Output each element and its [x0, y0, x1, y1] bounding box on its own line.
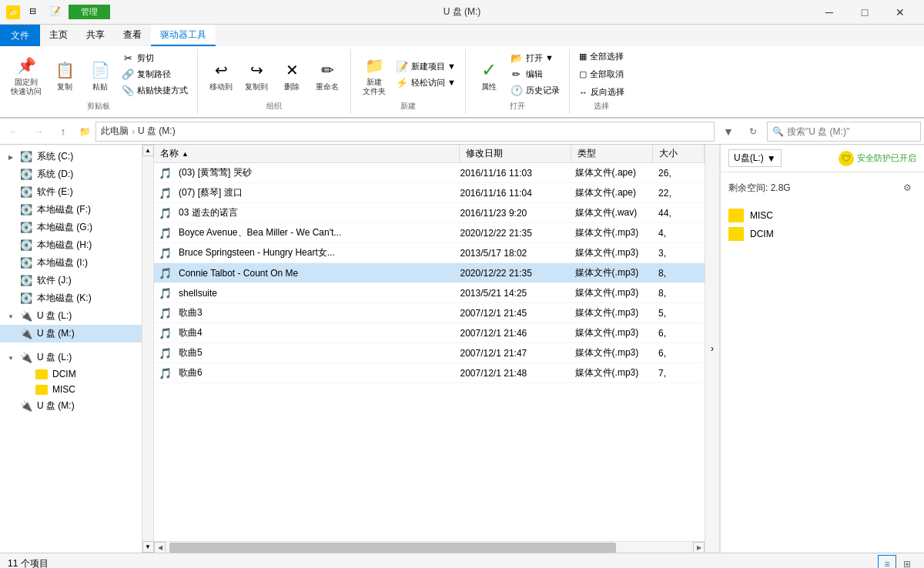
dropdown-button[interactable]: ▼: [718, 122, 739, 142]
free-space-text: 剩余空间: 2.8G: [728, 182, 791, 195]
col-header-type[interactable]: 类型: [571, 145, 653, 162]
table-row[interactable]: 🎵 歌曲3 2007/12/1 21:45 媒体文件(.mp3) 5,: [154, 303, 705, 323]
file-date-cell: 2007/12/1 21:45: [454, 308, 568, 319]
right-panel-dcim[interactable]: DCIM: [721, 225, 924, 243]
copy-button[interactable]: 📋 复制: [48, 55, 82, 95]
table-row[interactable]: 🎵 (03) [黄莺莺] 哭砂 2016/11/16 11:03 媒体文件(.a…: [154, 163, 705, 183]
folder-nav-icon: 📁: [77, 124, 92, 139]
sidebar-item-g[interactable]: 💽 本地磁盘 (G:): [0, 219, 142, 236]
history-button[interactable]: 🕐 历史记录: [507, 83, 563, 99]
rename-button[interactable]: ✏ 重命名: [310, 55, 344, 95]
tab-share[interactable]: 共享: [77, 25, 114, 46]
breadcrumb-computer[interactable]: 此电脑: [101, 125, 129, 138]
horizontal-scrollbar[interactable]: ◀ ▶: [154, 541, 705, 553]
drive-icon-d: 💽: [20, 169, 32, 181]
ribbon-group-clipboard: 📌 固定到快速访问 📋 复制 📄 粘贴 ✂ 剪切: [0, 49, 198, 114]
pin-button[interactable]: 📌 固定到快速访问: [6, 50, 46, 99]
copy-path-button[interactable]: 🔗 复制路径: [119, 67, 191, 82]
close-button[interactable]: ✕: [882, 0, 918, 25]
table-row[interactable]: 🎵 歌曲4 2007/12/1 21:46 媒体文件(.mp3) 6,: [154, 323, 705, 343]
copy-to-button[interactable]: ↪ 复制到: [239, 55, 273, 95]
back-button[interactable]: ←: [3, 122, 25, 142]
paste-shortcut-button[interactable]: 📎 粘贴快捷方式: [119, 83, 191, 99]
drive-selector[interactable]: U盘(L:) ▼: [728, 149, 782, 167]
file-name: Bruce Springsteen - Hungry Heart女...: [179, 246, 335, 259]
search-box[interactable]: 🔍: [767, 122, 921, 142]
hscroll-track[interactable]: [166, 542, 693, 553]
cut-button[interactable]: ✂ 剪切: [119, 51, 191, 66]
sidebar-item-e[interactable]: 💽 软件 (E:): [0, 183, 142, 201]
edit-button[interactable]: ✏ 编辑: [507, 67, 563, 82]
maximize-button[interactable]: □: [847, 0, 882, 25]
sidebar-item-i[interactable]: 💽 本地磁盘 (I:): [0, 254, 142, 272]
sidebar-expanded-l[interactable]: 🔌 U 盘 (L:): [0, 349, 142, 366]
paste-button[interactable]: 📄 粘贴: [83, 55, 117, 95]
open-button[interactable]: 📂 打开 ▼: [507, 51, 563, 66]
new-folder-button[interactable]: 📁 新建文件夹: [357, 50, 391, 99]
col-header-size[interactable]: 大小: [653, 145, 705, 162]
table-row[interactable]: 🎵 shellsuite 2013/5/21 14:25 媒体文件(.mp3) …: [154, 283, 705, 303]
file-icon: 🎵: [157, 286, 172, 301]
details-view-button[interactable]: ⊞: [898, 555, 916, 569]
file-name-cell: 🎵 歌曲3: [154, 306, 454, 321]
deselect-all-button[interactable]: ▢ 全部取消: [576, 67, 627, 82]
sidebar-item-c[interactable]: 💽 系统 (C:): [0, 148, 142, 165]
tab-drive-tools[interactable]: 驱动器工具: [151, 25, 216, 46]
new-item-button[interactable]: 📝 新建项目 ▼: [393, 58, 459, 74]
tab-file[interactable]: 文件: [0, 25, 40, 46]
drive-m-label: U 盘 (M:): [37, 327, 75, 340]
sidebar-drive-m2[interactable]: 🔌 U 盘 (M:): [0, 397, 142, 415]
table-row[interactable]: 🎵 歌曲6 2007/12/1 21:48 媒体文件(.mp3) 7,: [154, 363, 705, 383]
breadcrumb-drive[interactable]: U 盘 (M:): [138, 125, 176, 138]
sidebar-item-m[interactable]: 🔌 U 盘 (M:): [0, 325, 142, 342]
hscroll-right-button[interactable]: ▶: [693, 542, 705, 553]
tab-empty1[interactable]: ⊟: [23, 5, 42, 19]
table-row[interactable]: 🎵 Bruce Springsteen - Hungry Heart女... 2…: [154, 243, 705, 263]
drive-icon-m2: 🔌: [20, 400, 32, 413]
invert-select-button[interactable]: ↔ 反向选择: [576, 85, 628, 99]
easy-access-button[interactable]: ⚡ 轻松访问 ▼: [393, 75, 459, 90]
table-row[interactable]: 🎵 03 逝去的诺言 2016/11/23 9:20 媒体文件(.wav) 44…: [154, 203, 705, 223]
sidebar-item-k[interactable]: 💽 本地磁盘 (K:): [0, 289, 142, 307]
hscroll-thumb[interactable]: [169, 543, 616, 553]
list-view-button[interactable]: ≡: [878, 555, 896, 569]
expand-panel-button[interactable]: ›: [705, 145, 720, 553]
gear-button[interactable]: ⚙: [898, 179, 916, 197]
table-row[interactable]: 🎵 (07) [蔡琴] 渡口 2016/11/16 11:04 媒体文件(.ap…: [154, 183, 705, 203]
title-bar: 📁 ⊟ 📝 管理 U 盘 (M:) ─ □ ✕: [0, 0, 924, 25]
sidebar-scroll-down[interactable]: ▼: [142, 541, 154, 553]
sidebar-item-d[interactable]: 💽 系统 (D:): [0, 165, 142, 183]
sidebar-folder-dcim[interactable]: DCIM: [0, 366, 142, 382]
breadcrumb[interactable]: 此电脑 › U 盘 (M:): [95, 122, 715, 142]
move-to-button[interactable]: ↩ 移动到: [204, 55, 238, 95]
sidebar-item-l[interactable]: 🔌 U 盘 (L:): [0, 307, 142, 325]
forward-button[interactable]: →: [28, 122, 49, 142]
col-header-name[interactable]: 名称 ▲: [154, 145, 460, 162]
tab-empty2[interactable]: 📝: [44, 5, 67, 19]
right-panel-misc[interactable]: MISC: [721, 206, 924, 225]
sidebar-item-h[interactable]: 💽 本地磁盘 (H:): [0, 236, 142, 254]
minimize-button[interactable]: ─: [812, 0, 847, 25]
refresh-button[interactable]: ↻: [742, 122, 764, 142]
table-row[interactable]: 🎵 Boyce Avenue、Bea Miller - We Can't... …: [154, 223, 705, 243]
tab-home[interactable]: 主页: [40, 25, 77, 46]
table-row[interactable]: 🎵 Connie Talbot - Count On Me 2020/12/22…: [154, 263, 705, 283]
search-input[interactable]: [787, 126, 916, 137]
file-size-cell: 6,: [652, 328, 705, 339]
tab-manage[interactable]: 管理: [69, 5, 110, 19]
sidebar-spacer: [0, 342, 142, 349]
delete-button[interactable]: ✕ 删除: [275, 55, 309, 95]
expand-icon-dcim: [22, 369, 31, 379]
sidebar-item-j[interactable]: 💽 软件 (J:): [0, 272, 142, 289]
sidebar-item-f[interactable]: 💽 本地磁盘 (F:): [0, 201, 142, 219]
tab-view[interactable]: 查看: [114, 25, 151, 46]
folder-dcim-label: DCIM: [52, 369, 76, 379]
hscroll-left-button[interactable]: ◀: [154, 542, 166, 553]
col-header-date[interactable]: 修改日期: [460, 145, 571, 162]
up-button[interactable]: ↑: [52, 122, 74, 142]
table-row[interactable]: 🎵 歌曲5 2007/12/1 21:47 媒体文件(.mp3) 6,: [154, 343, 705, 363]
properties-button[interactable]: ✓ 属性: [472, 55, 506, 95]
sidebar-scroll-up[interactable]: ▲: [142, 145, 154, 156]
select-all-button[interactable]: ▦ 全部选择: [576, 49, 627, 64]
sidebar-folder-misc[interactable]: MISC: [0, 382, 142, 397]
